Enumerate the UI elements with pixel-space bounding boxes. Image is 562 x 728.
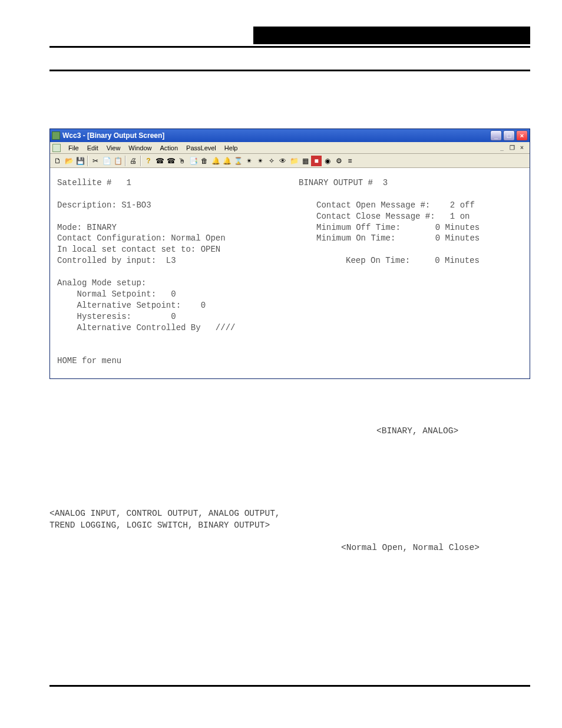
- tool-icon[interactable]: ✴: [244, 156, 254, 166]
- options-line-2: TREND LOGGING, LOGIC SWITCH, BINARY OUTP…: [49, 520, 530, 532]
- tool-icon[interactable]: ■: [311, 156, 322, 166]
- tool-icon[interactable]: 🔔: [222, 156, 232, 166]
- rule-top-2: [49, 70, 530, 71]
- minimum-off-time: Minimum Off Time: 0 Minutes: [316, 222, 523, 233]
- tool-icon[interactable]: ✧: [266, 156, 277, 166]
- controlled-by-input: Controlled by input: L3: [57, 255, 299, 266]
- options-controlled-by-list: <ANALOG INPUT, CONTROL OUTPUT, ANALOG OU…: [49, 508, 530, 531]
- cut-icon[interactable]: ✂: [90, 156, 101, 166]
- options-line-1: <ANALOG INPUT, CONTROL OUTPUT, ANALOG OU…: [49, 508, 530, 520]
- normal-setpoint: Normal Setpoint: 0: [57, 289, 523, 300]
- minimum-on-time: Minimum On Time: 0 Minutes: [316, 233, 523, 244]
- toolbar: 🗋 📂 💾 ✂ 📄 📋 🖨 ? ☎ ☎ 🖱 📑 🗑 🔔 🔔 ⌛ ✴ ✴ ✧ 👁 …: [50, 154, 530, 168]
- tool-icon[interactable]: 🖱: [177, 156, 187, 166]
- tool-icon[interactable]: ⚙: [333, 156, 344, 166]
- tool-icon[interactable]: ☎: [166, 156, 176, 166]
- menu-edit[interactable]: Edit: [83, 143, 103, 153]
- tool-icon[interactable]: 🗑: [199, 156, 210, 166]
- contact-config-field: Contact Configuration: Normal Open: [57, 233, 299, 244]
- paste-icon[interactable]: 📋: [113, 156, 123, 166]
- tool-icon[interactable]: 📁: [289, 156, 299, 166]
- tool-icon[interactable]: ◉: [322, 156, 333, 166]
- contact-close-message: Contact Close Message #: 1 on: [316, 211, 523, 222]
- menu-file[interactable]: File: [64, 143, 83, 153]
- mdi-close-button[interactable]: ×: [518, 144, 526, 151]
- alternative-setpoint: Alternative Setpoint: 0: [57, 300, 523, 311]
- menubar: File Edit View Window Action PassLevel H…: [50, 142, 530, 154]
- menu-help[interactable]: Help: [220, 143, 242, 153]
- open-icon[interactable]: 📂: [64, 156, 74, 166]
- tool-icon[interactable]: 🔔: [210, 156, 221, 166]
- tool-icon[interactable]: 📑: [188, 156, 199, 166]
- app-icon: [52, 131, 60, 140]
- contact-open-message: Contact Open Message #: 2 off: [316, 200, 523, 211]
- toolbar-separator: [140, 156, 141, 166]
- window-controls: _ □ ×: [490, 130, 528, 141]
- copy-icon[interactable]: 📄: [101, 156, 112, 166]
- new-icon[interactable]: 🗋: [52, 156, 63, 166]
- minimize-button[interactable]: _: [490, 130, 502, 141]
- help-icon[interactable]: ?: [143, 156, 154, 166]
- home-hint: HOME for menu: [57, 355, 523, 367]
- menu-window[interactable]: Window: [124, 143, 156, 153]
- tool-icon[interactable]: ▦: [300, 156, 310, 166]
- page-header-black-box: [253, 27, 530, 44]
- tool-icon[interactable]: ⌛: [233, 156, 243, 166]
- print-icon[interactable]: 🖨: [128, 156, 138, 166]
- maximize-button[interactable]: □: [503, 130, 515, 141]
- options-binary-analog: <BINARY, ANALOG>: [49, 426, 530, 437]
- keep-on-time: Keep On Time: 0 Minutes: [346, 255, 523, 266]
- menu-passlevel[interactable]: PassLevel: [182, 143, 220, 153]
- tool-icon[interactable]: ☎: [154, 156, 165, 166]
- analog-mode-setup-label: Analog Mode setup:: [57, 278, 523, 289]
- toolbar-separator: [125, 156, 126, 166]
- satellite-number: Satellite # 1: [57, 177, 299, 189]
- menu-action[interactable]: Action: [156, 143, 182, 153]
- tool-icon[interactable]: ✴: [255, 156, 266, 166]
- mode-field: Mode: BINARY: [57, 222, 299, 233]
- local-set-field: In local set contact set to: OPEN: [57, 244, 299, 255]
- alternative-controlled-by: Alternative Controlled By ////: [57, 322, 523, 334]
- hysteresis: Hysteresis: 0: [57, 311, 523, 322]
- app-window: Wcc3 - [Binary Output Screen] _ □ × File…: [49, 129, 530, 379]
- description-field: Description: S1-BO3: [57, 200, 299, 211]
- toolbar-separator: [87, 156, 88, 166]
- binary-output-number: BINARY OUTPUT # 3: [299, 177, 523, 189]
- options-contact-config: <Normal Open, Normal Close>: [49, 542, 530, 554]
- titlebar[interactable]: Wcc3 - [Binary Output Screen] _ □ ×: [50, 129, 530, 142]
- mdi-icon[interactable]: [52, 144, 61, 152]
- tool-icon[interactable]: 👁: [277, 156, 288, 166]
- mdi-restore-button[interactable]: ❐: [508, 144, 516, 151]
- mdi-minimize-button[interactable]: _: [498, 144, 506, 151]
- rule-bottom: [49, 685, 530, 687]
- tool-icon[interactable]: ≡: [345, 156, 355, 166]
- rule-top-1: [49, 46, 530, 48]
- close-button[interactable]: ×: [516, 130, 528, 141]
- window-title: Wcc3 - [Binary Output Screen]: [62, 131, 164, 140]
- menu-view[interactable]: View: [103, 143, 125, 153]
- client-area: Satellite # 1 BINARY OUTPUT # 3 Descript…: [50, 168, 530, 378]
- save-icon[interactable]: 💾: [75, 156, 85, 166]
